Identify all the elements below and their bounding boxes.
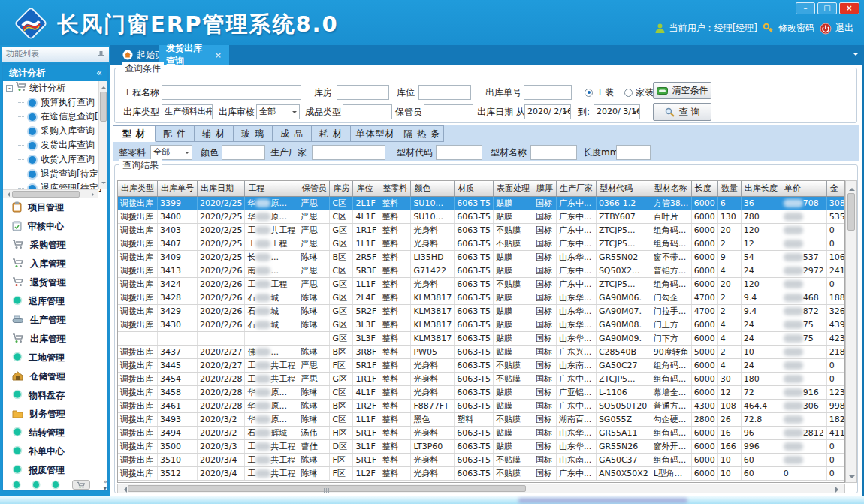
logout-button[interactable]: 退出 [820, 22, 853, 35]
dot-icon[interactable] [53, 481, 59, 488]
grid-horizontal-scrollbar[interactable] [117, 484, 845, 493]
table-row[interactable]: 调拨出库33992020/2/25华原...严思C区2L1F整料SU10...6… [118, 196, 845, 210]
minimize-button[interactable]: – [796, 2, 815, 14]
sidebar-item-cart[interactable]: 采购管理 [3, 236, 107, 255]
column-header[interactable]: 保管员 [298, 181, 330, 196]
tree-item[interactable]: 发货出库查询 [3, 138, 107, 152]
table-row[interactable]: 调拨出库34032020/2/25工共工程严思G区1R1F整料光身料6063-T… [118, 223, 845, 237]
column-header[interactable]: 整零料 [379, 181, 411, 196]
tree-vertical-scrollbar[interactable] [98, 81, 107, 189]
pin-icon[interactable] [98, 50, 104, 59]
table-row[interactable]: 调拨出库35122020/3/4工共工程陈琳F区1L2F整料光身料6063-T5… [118, 466, 845, 480]
dot-icon[interactable] [33, 481, 39, 488]
tree-item[interactable]: 采购入库查询 [3, 124, 107, 138]
table-row[interactable]: 调拨出库34132020/2/26南...严思C区5R3F整料G71422606… [118, 264, 845, 277]
material-tab[interactable]: 型 材 [113, 125, 156, 142]
sidebar-item-dot[interactable]: 退库管理 [3, 292, 107, 311]
column-header[interactable]: 工程 [245, 181, 298, 196]
column-header[interactable]: 金 [826, 181, 845, 196]
table-row[interactable]: 调拨出库34582020/2/28华原...陈琳C区4L1F整料光身料6063-… [118, 385, 845, 399]
maximize-button[interactable]: □ [817, 2, 837, 14]
material-tab[interactable]: 玻 璃 [234, 125, 273, 142]
column-header[interactable]: 型材名称 [651, 181, 691, 196]
column-header[interactable]: 颜色 [411, 181, 455, 196]
product-type-input[interactable] [343, 104, 392, 119]
tab-shipping-outbound-query[interactable]: 发货出库查询 × [159, 45, 229, 65]
warehouse-input[interactable] [337, 85, 389, 100]
profile-name-input[interactable] [530, 145, 577, 160]
close-button[interactable]: × [839, 2, 859, 14]
material-tab[interactable]: 配 件 [156, 125, 195, 142]
sidebar-item-clipboard-check[interactable]: 审核中心 [3, 217, 107, 236]
location-input[interactable] [418, 85, 471, 100]
outbound-audit-select[interactable]: 全部 [256, 104, 300, 119]
column-header[interactable]: 出库单号 [158, 181, 198, 196]
sidebar-item-cart-out[interactable]: 出库管理 [3, 330, 107, 349]
table-row[interactable]: 调拨出库34942020/3/2石辉城汤伟H区5R1F整料光身料6063-T5贴… [118, 426, 845, 439]
sidebar-item-warehouse[interactable]: 仓储管理 [3, 367, 107, 386]
sidebar-item-dot[interactable]: 补单中心 [3, 442, 107, 461]
table-row[interactable]: 调拨出库34932020/3/2华原...陈琳C区1L1F整料黑色塑料不贴膜国标… [118, 412, 845, 426]
outbound-type-select[interactable]: 生产领料出库 [162, 104, 213, 119]
table-row[interactable]: 调拨出库34612020/2/28华原...陈琳B区1R2F整料F8877FT6… [118, 399, 845, 412]
sidebar-item-folder[interactable]: 财务管理 [3, 405, 107, 424]
column-header[interactable]: 表面处理 [493, 181, 533, 196]
grid-vertical-scrollbar[interactable] [845, 180, 857, 483]
sidebar-item-dot[interactable]: 结转管理 [3, 424, 107, 442]
sidebar-section-statistics[interactable]: 统计分析 « [3, 65, 107, 81]
material-tab[interactable]: 辅 材 [195, 125, 234, 142]
project-name-input[interactable] [162, 85, 301, 100]
whole-part-select[interactable]: 全部 [150, 145, 192, 160]
manufacturer-input[interactable] [312, 145, 385, 160]
tree-item[interactable]: 退货查询[待定] [3, 167, 107, 181]
table-row[interactable]: 调拨出库34372020/2/27佛...陈琳B区3R8F整料PW056063-… [118, 345, 845, 358]
date-from-picker[interactable]: 2020/ 2/16 [524, 104, 571, 119]
table-row[interactable]: 调拨出库34002020/2/25华原...严思C区4L1F整料SU10...6… [118, 210, 845, 223]
keeper-input[interactable] [424, 104, 473, 119]
column-header[interactable]: 出库日期 [198, 181, 245, 196]
tree-expander-icon[interactable]: - [6, 85, 13, 92]
material-tab[interactable]: 耗 材 [312, 125, 351, 142]
column-header[interactable]: 材质 [455, 181, 494, 196]
clear-conditions-button[interactable]: 清空条件 [653, 82, 711, 99]
collapse-icon[interactable]: « [96, 65, 102, 81]
table-row[interactable]: 调拨出库35002020/3/3工共工程曹佳D区3L1F整料LT3P606063… [118, 439, 845, 453]
column-header[interactable]: 生产厂家 [556, 181, 596, 196]
tree-item[interactable]: 收货入库查询 [3, 152, 107, 167]
tree-item[interactable]: 预算执行查询 [3, 95, 107, 110]
column-header[interactable]: 出库长度 [741, 181, 781, 196]
column-header[interactable]: 型材代码 [596, 181, 651, 196]
table-row[interactable]: 调拨出库35102020/3/4工共工程陈琳F区5R1F整料光身料6063-T5… [118, 453, 845, 466]
table-row[interactable]: 调拨出库34242020/2/26工工程严思G区1L1F整料光身料6063-T5… [118, 277, 845, 291]
table-row[interactable]: 调拨出库34072020/2/25工工程严思G区1L1F整料光身料6063-T5… [118, 237, 845, 250]
sidebar-item-cart-in[interactable]: 入库管理 [3, 255, 107, 273]
tree-item[interactable]: 在途信息查询[待 [3, 110, 107, 124]
radio-jiazhuang[interactable]: 家装 [624, 86, 654, 99]
table-row[interactable]: G区3L3F整料KLM38176063-T5贴膜国标山东华...GA90M09.… [118, 331, 845, 345]
chevron-double-right-icon[interactable]: »▾ [104, 478, 108, 492]
change-password-button[interactable]: 修改密码 [763, 22, 814, 35]
cart-shortcut-button[interactable] [72, 480, 89, 490]
sidebar-item-dot[interactable]: 物料盘存 [3, 386, 107, 405]
sidebar-item-cart-return[interactable]: 退货管理 [3, 273, 107, 292]
sidebar-item-dot[interactable]: 工地管理 [3, 349, 107, 367]
column-header[interactable]: 库房 [330, 181, 353, 196]
tab-list-caret-icon[interactable] [853, 53, 859, 59]
column-header[interactable]: 出库类型 [118, 181, 158, 196]
material-tab[interactable]: 单体型材 [351, 125, 400, 142]
tree-root-statistics[interactable]: - 统计分析 [3, 81, 107, 95]
material-tab[interactable]: 成 品 [273, 125, 312, 142]
table-row[interactable]: 调拨出库34452020/2/27工共工程严思F区5R1F整料光身料6063-T… [118, 358, 845, 372]
color-input[interactable] [222, 145, 265, 160]
search-button[interactable]: 查 询 [653, 103, 711, 121]
date-to-picker[interactable]: 2020/ 3/16 [594, 104, 640, 119]
tab-close-icon[interactable]: × [215, 50, 222, 60]
radio-gongzhuang[interactable]: 工装 [585, 86, 614, 99]
length-input[interactable] [616, 145, 651, 160]
table-row[interactable]: 调拨出库34282020/2/26石城陈琳G区2L4F整料KLM38176063… [118, 291, 845, 304]
dot-icon[interactable] [14, 481, 20, 488]
table-row[interactable]: 调拨出库34542020/2/28工共工程严思G区1R1F整料光身料6063-T… [118, 372, 845, 385]
tree-horizontal-scrollbar[interactable] [3, 189, 98, 198]
table-row[interactable]: 调拨出库34292020/2/26石城陈琳G区5R2F整料KLM38176063… [118, 304, 845, 318]
sidebar-item-clipboard[interactable]: 项目管理 [3, 198, 107, 217]
